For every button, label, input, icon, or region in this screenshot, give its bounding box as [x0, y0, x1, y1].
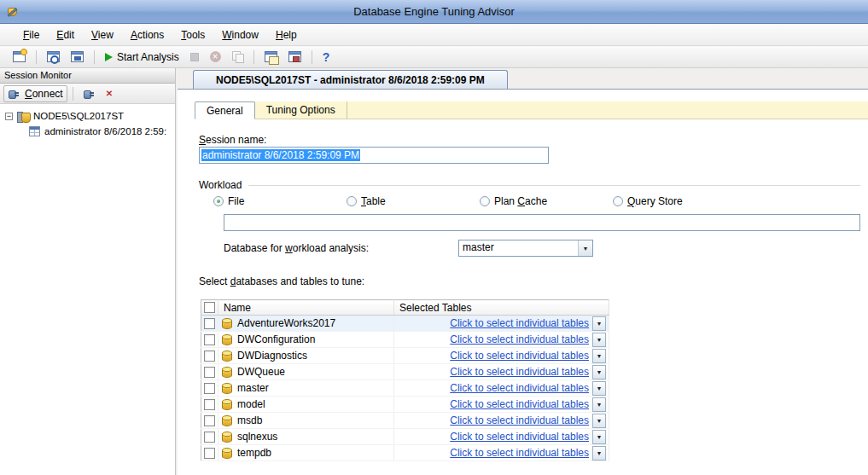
workload-query-store-radio[interactable]: Query Store [613, 195, 746, 207]
database-row[interactable]: tempdb Click to select individual tables… [201, 445, 609, 461]
menu-actions[interactable]: Actions [123, 26, 172, 44]
menu-file[interactable]: File [15, 26, 47, 44]
tables-dropdown-button[interactable]: ▼ [592, 381, 606, 396]
copy-button[interactable] [228, 48, 248, 67]
menu-view[interactable]: View [84, 26, 121, 44]
database-row[interactable]: DWConfiguration Click to select individu… [201, 332, 609, 348]
workload-group-line [248, 185, 860, 186]
chevron-down-icon: ▼ [597, 450, 603, 456]
properties-button[interactable] [284, 48, 306, 67]
workload-database-row: Database for workload analysis: master ▼ [224, 239, 369, 258]
session-name-input[interactable]: administrator 8/6/2018 2:59:09 PM [199, 147, 549, 164]
database-name: master [237, 382, 269, 394]
menu-help[interactable]: Help [268, 26, 305, 44]
save-session-button[interactable] [67, 48, 88, 67]
tree-server-node[interactable]: − NODE5\SQL2017ST [0, 108, 175, 124]
column-header-selected-tables[interactable]: Selected Tables [394, 300, 609, 316]
delete-session-button[interactable]: ✕ [102, 84, 117, 103]
tables-dropdown-button[interactable]: ▼ [592, 365, 606, 379]
database-analysis-combobox[interactable]: master ▼ [458, 240, 593, 257]
tab-tuning-options-label: Tuning Options [266, 104, 335, 116]
menu-tools[interactable]: Tools [173, 26, 213, 44]
cancel-analysis-button[interactable]: ✕ [206, 48, 225, 67]
workload-file-input[interactable] [224, 214, 860, 231]
workload-group-label: Workload [199, 179, 242, 191]
database-row[interactable]: DWDiagnostics Click to select individual… [201, 348, 609, 364]
new-session-button[interactable] [9, 48, 30, 67]
server-icon [17, 111, 29, 122]
select-tables-link[interactable]: Click to select individual tables [450, 431, 589, 443]
database-checkbox[interactable] [204, 448, 215, 459]
chevron-down-icon: ▼ [597, 434, 603, 440]
open-session-icon [47, 51, 60, 62]
disconnect-button[interactable] [79, 84, 100, 103]
tables-dropdown-button[interactable]: ▼ [592, 397, 606, 412]
database-row[interactable]: DWQueue Click to select individual table… [201, 364, 609, 380]
radio-icon [613, 196, 623, 206]
tab-general-label: General [207, 105, 243, 117]
database-checkbox[interactable] [204, 415, 215, 426]
database-checkbox[interactable] [204, 350, 215, 362]
database-name: model [237, 398, 265, 410]
select-tables-link[interactable]: Click to select individual tables [450, 317, 589, 329]
workload-query-store-label: Query Store [627, 195, 683, 207]
select-tables-link[interactable]: Click to select individual tables [450, 382, 589, 394]
stop-analysis-button[interactable] [186, 48, 203, 67]
select-tables-link[interactable]: Click to select individual tables [450, 414, 589, 426]
session-monitor-header: Session Monitor [0, 68, 175, 84]
database-checkbox[interactable] [204, 367, 215, 378]
database-row[interactable]: sqlnexus Click to select individual tabl… [201, 429, 609, 445]
database-checkbox[interactable] [204, 399, 215, 410]
database-icon [222, 401, 232, 410]
tables-dropdown-button[interactable]: ▼ [592, 333, 606, 347]
column-header-name[interactable]: Name [218, 300, 394, 316]
tables-dropdown-button[interactable]: ▼ [592, 430, 606, 444]
workload-plan-cache-radio[interactable]: Plan Cache [480, 195, 613, 207]
tables-dropdown-button[interactable]: ▼ [592, 349, 606, 363]
chevron-down-icon: ▼ [597, 369, 603, 375]
open-session-button[interactable] [43, 48, 64, 67]
layout-button[interactable] [260, 48, 282, 67]
database-row[interactable]: msdb Click to select individual tables ▼ [201, 413, 609, 429]
tab-general[interactable]: General [195, 101, 255, 119]
database-checkbox[interactable] [204, 318, 215, 329]
session-name-label: Session name: [199, 134, 266, 146]
database-row[interactable]: AdventureWorks2017 Click to select indiv… [201, 316, 609, 332]
dta-window: { "window": { "title": "Database Engine … [0, 0, 868, 475]
database-row[interactable]: master Click to select individual tables… [201, 380, 609, 397]
combo-dropdown-button[interactable]: ▼ [578, 240, 592, 256]
menu-edit[interactable]: Edit [49, 26, 82, 44]
tables-dropdown-button[interactable]: ▼ [592, 316, 606, 331]
titlebar: Database Engine Tuning Advisor [0, 0, 868, 24]
tables-dropdown-button[interactable]: ▼ [592, 414, 606, 428]
tables-dropdown-button[interactable]: ▼ [592, 446, 606, 461]
document-tab[interactable]: NODE5\SQL2017ST - administrator 8/6/2018… [193, 70, 508, 89]
select-tables-link[interactable]: Click to select individual tables [450, 447, 589, 459]
database-name: AdventureWorks2017 [237, 317, 335, 329]
connect-button[interactable]: Connect [3, 85, 67, 102]
select-tables-link[interactable]: Click to select individual tables [450, 333, 589, 345]
start-analysis-button[interactable]: Start Analysis [101, 48, 184, 67]
workload-options: File Table Plan Cache Query Store [213, 195, 746, 207]
tab-tuning-options[interactable]: Tuning Options [255, 101, 347, 119]
database-checkbox[interactable] [204, 432, 215, 443]
menu-window[interactable]: Window [214, 26, 266, 44]
collapse-icon[interactable]: − [5, 113, 13, 120]
select-tables-link[interactable]: Click to select individual tables [450, 366, 589, 378]
select-tables-link[interactable]: Click to select individual tables [450, 350, 589, 362]
database-checkbox[interactable] [204, 383, 215, 394]
connect-icon [8, 88, 20, 99]
workload-plan-cache-label: Plan Cache [494, 195, 547, 207]
database-checkbox[interactable] [204, 334, 215, 345]
workload-table-radio[interactable]: Table [347, 195, 480, 207]
database-icon [222, 352, 232, 362]
workload-file-radio[interactable]: File [213, 195, 347, 207]
select-tables-link[interactable]: Click to select individual tables [450, 398, 589, 410]
tree-session-node[interactable]: administrator 8/6/2018 2:59: [0, 124, 175, 139]
select-all-checkbox[interactable] [204, 302, 215, 313]
session-monitor-panel: Session Monitor Connect ✕ − NODE5\SQL201… [0, 68, 176, 475]
database-row[interactable]: model Click to select individual tables … [201, 397, 609, 413]
toolbar-separator [73, 87, 73, 101]
databases-table: Name Selected Tables AdventureWorks2017 … [201, 299, 609, 461]
help-button[interactable]: ? [318, 48, 335, 67]
